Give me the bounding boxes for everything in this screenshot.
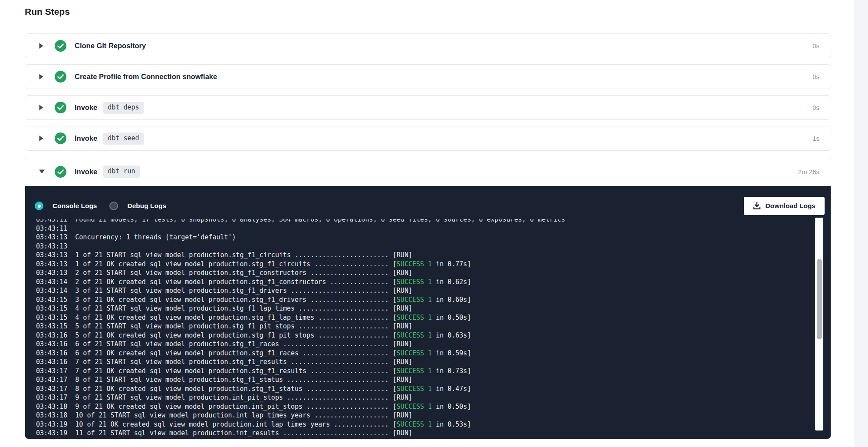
step-duration: 0s [812,42,819,50]
command-pill: dbt seed [103,132,144,145]
download-icon [753,202,761,210]
run-step-card: Invoke dbt deps 0s [25,95,831,120]
run-step-header[interactable]: Invoke dbt seed 1s [25,126,831,150]
log-line: 03:43:17 8 of 21 OK created sql view mod… [36,384,831,394]
success-check-icon [55,166,66,178]
log-line: 03:43:16 6 of 21 START sql view model pr… [36,340,831,349]
console-logs-radio[interactable]: Console Logs [35,202,97,210]
console-logs-label: Console Logs [53,202,97,210]
command-pill: dbt deps [103,102,144,114]
download-logs-label: Download Logs [766,202,815,210]
run-step-label: Invoke [75,168,97,176]
run-step-card: Create Profile from Connection snowflake… [25,64,831,89]
success-check-icon [55,71,66,83]
log-line: 03:43:14 3 of 21 START sql view model pr… [36,286,831,295]
log-panel: Console Logs Debug Logs Download Logs [25,186,831,439]
log-line: 03:43:15 4 of 21 OK created sql view mod… [36,313,831,322]
log-line: 03:43:15 4 of 21 START sql view model pr… [36,304,831,313]
step-duration: 2m 26s [798,168,819,175]
debug-logs-radio[interactable]: Debug Logs [109,202,166,210]
page-title: Run Steps [25,6,831,17]
log-scrollbar-thumb[interactable] [817,259,822,339]
log-line: 03:43:18 9 of 21 OK created sql view mod… [36,402,831,411]
log-line: 03:43:11 [36,224,831,233]
chevron-down-icon [39,169,45,174]
chevron-right-icon [39,73,45,80]
command-pill: dbt run [103,166,140,178]
success-check-icon [55,132,66,144]
log-line: 03:43:15 5 of 21 START sql view model pr… [36,322,831,331]
log-line: 03:43:17 9 of 21 START sql view model pr… [36,393,831,402]
log-line: 03:43:13 1 of 21 OK created sql view mod… [36,260,831,269]
run-steps-section: Run Steps Clone Git Repository 0s [25,6,831,445]
log-line: 03:43:13 Concurrency: 1 threads (target=… [36,233,831,242]
log-line: 03:43:16 5 of 21 OK created sql view mod… [36,331,831,340]
run-step-header[interactable]: Create Profile from Connection snowflake… [25,65,831,89]
log-line: 03:43:13 1 of 21 START sql view model pr… [36,251,831,260]
console-log-output: 03:43:11 Found 21 models, 17 tests, 0 sn… [36,219,831,438]
log-line: 03:43:16 6 of 21 OK created sql view mod… [36,349,831,358]
run-step-card-expanded: Invoke dbt run 2m 26s Console Logs Debug… [25,157,831,439]
log-line: 03:43:17 7 of 21 OK created sql view mod… [36,367,831,376]
log-scrollbar-track[interactable] [815,218,823,430]
log-line: 03:43:15 3 of 21 OK created sql view mod… [36,295,831,305]
run-step-card: Clone Git Repository 0s [25,33,831,58]
run-step-header[interactable]: Invoke dbt deps 0s [25,96,831,119]
run-step-header[interactable]: Clone Git Repository 0s [25,34,831,58]
run-steps-list: Clone Git Repository 0s Create Profile f… [25,33,831,151]
log-line: 03:43:16 7 of 21 START sql view model pr… [36,358,831,367]
chevron-right-icon [39,135,45,142]
log-line: 03:43:11 Found 21 models, 17 tests, 0 sn… [36,219,831,224]
download-logs-button[interactable]: Download Logs [744,197,825,215]
step-duration: 0s [812,73,819,80]
debug-logs-label: Debug Logs [127,202,166,210]
radio-unselected-icon [109,202,118,210]
run-step-label: Clone Git Repository [75,42,146,50]
run-step-label: Create Profile from Connection snowflake [75,73,217,81]
log-toolbar: Console Logs Debug Logs Download Logs [25,186,831,215]
run-step-label: Invoke [75,103,97,112]
success-check-icon [55,102,66,113]
chevron-right-icon [39,43,45,49]
log-line: 03:43:19 11 of 21 START sql view model p… [36,429,831,438]
step-duration: 0s [812,104,819,111]
log-line: 03:43:13 [36,242,831,251]
log-line: 03:43:17 8 of 21 START sql view model pr… [36,375,831,384]
log-line: 03:43:18 10 of 21 START sql view model p… [36,411,831,420]
log-line: 03:43:14 2 of 21 OK created sql view mod… [36,278,831,287]
run-step-header[interactable]: Invoke dbt run 2m 26s [25,157,831,186]
log-line: 03:43:13 2 of 21 START sql view model pr… [36,268,831,278]
right-edge-panel [854,0,868,447]
run-step-label: Invoke [75,134,97,142]
chevron-right-icon [39,104,45,111]
success-check-icon [55,40,66,52]
run-step-card: Invoke dbt seed 1s [25,126,831,151]
log-line: 03:43:19 10 of 21 OK created sql view mo… [36,420,831,429]
step-duration: 1s [812,135,819,142]
radio-selected-icon [35,202,43,210]
